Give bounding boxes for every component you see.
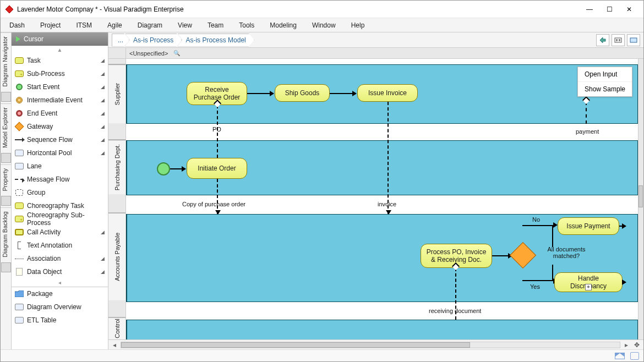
- palette-task[interactable]: Task◢: [12, 54, 108, 67]
- task-initiate-order[interactable]: Initiate Order: [187, 158, 247, 179]
- diagram-canvas[interactable]: Receive Purchase Order Ship Goods Issue …: [126, 59, 643, 339]
- menu-team[interactable]: Team: [208, 21, 223, 29]
- palette-text-annotation[interactable]: Text Annotation: [12, 239, 108, 252]
- pool-control[interactable]: [126, 320, 638, 339]
- palette-message-flow[interactable]: Message Flow: [12, 173, 108, 186]
- call-activity-icon: [15, 229, 24, 235]
- status-bar: [1, 349, 643, 361]
- sidetab-model-explorer[interactable]: Model Explorer: [1, 103, 11, 151]
- palette-scroll-up[interactable]: ▲: [12, 46, 108, 54]
- search-icon[interactable]: 🔍: [173, 50, 180, 56]
- sidetab-property[interactable]: Property: [1, 164, 11, 195]
- hscroll-thumb[interactable]: [121, 342, 470, 348]
- palette-horizontal-pool[interactable]: Horizontal Pool◢: [12, 146, 108, 160]
- lane-header-column: Supplier Purchasing Dept. Accounts Payab…: [108, 59, 126, 339]
- palette-group[interactable]: Group: [12, 186, 108, 199]
- palette-lane[interactable]: Lane: [12, 160, 108, 173]
- palette-intermediate-event[interactable]: Intermediate Event◢: [12, 94, 108, 107]
- menu-project[interactable]: Project: [40, 21, 61, 29]
- sidetab-icon-2[interactable]: [1, 153, 11, 163]
- palette-gateway[interactable]: Gateway◢: [12, 120, 108, 133]
- menu-diagram[interactable]: Diagram: [138, 21, 162, 29]
- vertical-scroll-thumb[interactable]: [638, 185, 643, 207]
- task-ship-goods[interactable]: Ship Goods: [275, 84, 330, 102]
- pool-header-control[interactable]: Control: [108, 317, 125, 339]
- gateway-icon: [15, 122, 24, 131]
- start-event-icon: [16, 84, 23, 90]
- sub-process-marker-icon: +: [585, 284, 592, 290]
- menu-view[interactable]: View: [178, 21, 192, 29]
- toolbar-icon-2[interactable]: [612, 34, 625, 46]
- sidetab-icon-3[interactable]: [1, 196, 11, 206]
- palette-choreography-task[interactable]: Choreography Task: [12, 199, 108, 212]
- msg-label-invoice: invoice: [376, 201, 397, 207]
- palette-cursor[interactable]: Cursor: [12, 32, 108, 46]
- hint-open-input[interactable]: Open Input: [578, 67, 632, 82]
- branch-no-arrow: [553, 222, 558, 228]
- breadcrumb-bar: ... As-is Process As-is Process Model: [108, 32, 643, 48]
- end-event-icon: [16, 110, 23, 117]
- palette-scroll-down[interactable]: ◂: [12, 278, 108, 287]
- status-icon[interactable]: [630, 352, 639, 360]
- menu-help[interactable]: Help: [351, 21, 365, 29]
- choreo-task-icon: [15, 202, 24, 209]
- palette-data-object[interactable]: Data Object◢: [12, 265, 108, 278]
- toolbar-icon-3[interactable]: [627, 34, 640, 46]
- palette-diagram-overview[interactable]: Diagram Overview: [12, 300, 108, 314]
- data-object-icon: [16, 268, 23, 276]
- task-handle-discrepancy[interactable]: Handle Discrepancy+: [554, 272, 623, 292]
- seq-issue-payment-out: [619, 226, 626, 227]
- hint-show-sample[interactable]: Show Sample: [578, 82, 632, 96]
- palette-etl-table[interactable]: ETL Table: [12, 314, 108, 327]
- pool-gap-1[interactable]: [108, 123, 125, 140]
- task-issue-payment[interactable]: Issue Payment: [558, 217, 619, 235]
- start-event[interactable]: [157, 162, 170, 175]
- layer-unspecified[interactable]: <Unspecified>: [126, 50, 171, 57]
- menu-agile[interactable]: Agile: [107, 21, 122, 29]
- svg-rect-1: [615, 38, 621, 42]
- msg-label-po: PO: [211, 126, 222, 133]
- palette-end-event[interactable]: End Event◢: [12, 107, 108, 120]
- task-issue-invoice[interactable]: Issue Invoice: [357, 84, 418, 102]
- menu-itsm[interactable]: ITSM: [76, 21, 92, 29]
- hscroll-right[interactable]: ▸: [623, 341, 630, 349]
- sidetab-diagram-backlog[interactable]: Diagram Backlog: [1, 207, 11, 261]
- maximize-button[interactable]: ☐: [599, 2, 619, 17]
- palette-cursor-label: Cursor: [24, 35, 43, 43]
- sidetab-icon-4[interactable]: [1, 262, 11, 272]
- breadcrumb-2[interactable]: As-is Process Model: [177, 34, 254, 47]
- msg-label-receiving-doc: receiving document: [428, 308, 482, 314]
- palette-package[interactable]: Package: [12, 287, 108, 300]
- svg-rect-4: [630, 38, 637, 42]
- breadcrumb-1[interactable]: As-is Process: [125, 34, 182, 47]
- msg-invoice: [388, 102, 389, 214]
- palette-association[interactable]: Association◢: [12, 252, 108, 265]
- pool-header-accounts[interactable]: Accounts Payable: [108, 213, 125, 300]
- menu-tools[interactable]: Tools: [239, 21, 254, 29]
- palette-call-activity[interactable]: Call Activity◢: [12, 226, 108, 239]
- sidetab-icon-1[interactable]: [1, 92, 11, 102]
- mail-icon[interactable]: [615, 353, 625, 359]
- horizontal-scrollbar[interactable]: ◂ ▸ ✥: [108, 339, 643, 349]
- minimize-button[interactable]: ―: [580, 2, 599, 17]
- palette-sequence-flow[interactable]: Sequence Flow◢: [12, 133, 108, 146]
- vertical-scrollbar[interactable]: [638, 59, 643, 339]
- title-bar: Lavender Motor Compnay * - Visual Paradi…: [1, 1, 643, 18]
- app-icon: [5, 5, 14, 14]
- menu-dash[interactable]: Dash: [9, 21, 25, 29]
- folder-icon: [15, 290, 24, 297]
- pool-header-supplier[interactable]: Supplier: [108, 64, 125, 123]
- sidetab-diagram-navigator[interactable]: Diagram Navigator: [1, 32, 11, 90]
- palette-sub-process[interactable]: Sub-Process◢: [12, 67, 108, 80]
- pool-header-purchasing[interactable]: Purchasing Dept.: [108, 140, 125, 194]
- svg-rect-2: [616, 39, 618, 41]
- menu-modeling[interactable]: Modeling: [270, 21, 297, 29]
- hscroll-track[interactable]: [121, 342, 620, 348]
- hscroll-left[interactable]: ◂: [111, 341, 118, 349]
- pan-handle-icon[interactable]: ✥: [632, 341, 641, 349]
- palette-choreography-sub-process[interactable]: Choreography Sub-Process: [12, 212, 108, 226]
- menu-window[interactable]: Window: [312, 21, 336, 29]
- toolbar-icon-1[interactable]: [596, 34, 609, 46]
- close-button[interactable]: ✕: [619, 2, 639, 17]
- palette-start-event[interactable]: Start Event◢: [12, 80, 108, 94]
